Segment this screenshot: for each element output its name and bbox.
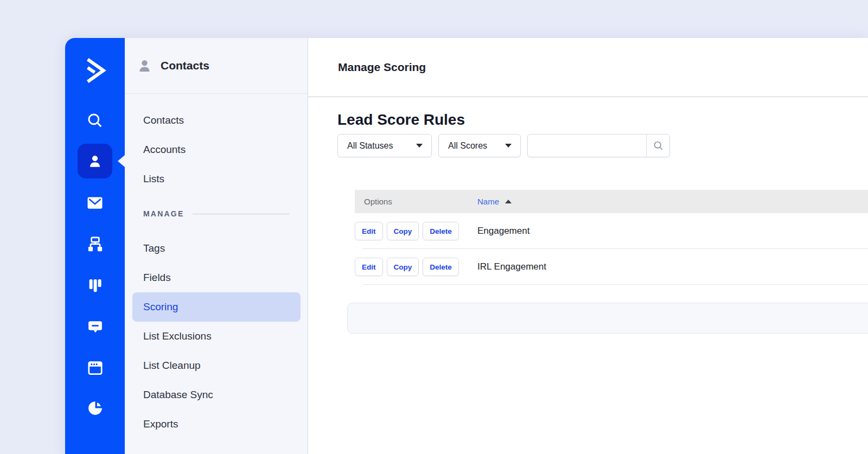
sidebar-item-scoring[interactable]: Scoring [132,292,301,322]
activecampaign-chevron-icon [79,55,111,86]
chevron-down-icon [416,144,423,148]
search-button[interactable] [646,135,669,157]
sidebar-menu: Contacts Accounts Lists MANAGE Tags Fiel… [125,94,308,439]
status-filter-value: All Statuses [347,141,393,151]
sidebar-item-list-cleanup[interactable]: List Cleanup [132,351,301,380]
row-actions: Edit Copy Delete [355,258,477,276]
copy-button[interactable]: Copy [387,222,419,240]
chat-bubble-icon [86,318,104,336]
column-header-options: Options [355,197,477,206]
activecampaign-logo[interactable] [78,53,112,88]
filter-bar: All Statuses All Scores [337,134,868,157]
sort-ascending-icon [505,200,512,203]
manage-section-label: MANAGE [143,209,184,218]
score-filter-value: All Scores [448,141,487,151]
rail-item-deals[interactable] [82,272,108,298]
edit-button[interactable]: Edit [355,258,383,276]
contacts-person-icon [137,58,152,74]
active-rail-notch [118,155,125,167]
sidebar-item-tags[interactable]: Tags [132,234,301,263]
table-row: Edit Copy Delete Engagement [355,213,868,249]
table-header-row: Options Name [355,190,868,213]
rail-item-conversations[interactable] [82,314,108,340]
rail-item-contacts-active[interactable] [78,144,112,178]
rail-item-automations[interactable] [82,231,108,257]
page-header-title: Manage Scoring [338,61,426,74]
chevron-down-icon [505,144,512,148]
page-title: Lead Score Rules [337,111,868,129]
icon-rail [65,38,125,454]
table-row: Edit Copy Delete IRL Engagement [355,249,868,285]
envelope-icon [86,194,104,212]
search-icon [653,140,664,151]
rail-item-reports[interactable] [82,395,108,421]
rule-name: Engagement [477,226,529,236]
pie-chart-icon [86,399,104,417]
column-header-name[interactable]: Name [477,197,512,206]
sidebar-item-accounts[interactable]: Accounts [132,135,301,164]
sidebar-item-database-sync[interactable]: Database Sync [132,380,301,410]
sidebar-item-contacts[interactable]: Contacts [132,106,301,135]
sidebar-item-fields[interactable]: Fields [132,263,301,292]
section-divider-line [193,214,290,214]
sitemap-icon [86,235,104,253]
rule-name: IRL Engagement [477,261,546,272]
copy-button[interactable]: Copy [387,258,419,276]
person-icon [87,153,103,169]
search-icon [86,111,104,130]
rail-item-search[interactable] [82,107,108,133]
main-header: Manage Scoring [308,38,868,97]
search-input[interactable] [528,135,646,157]
table-footer-panel [347,303,868,334]
manage-section-header: MANAGE [125,194,308,234]
search-box [527,134,670,157]
rail-item-campaigns[interactable] [82,190,108,216]
lead-score-rules-table: Options Name Edit Copy Delete Engagement [355,190,868,285]
rail-item-website[interactable] [82,355,108,381]
sidebar-item-list-exclusions[interactable]: List Exclusions [132,322,301,351]
main-area: Manage Scoring Lead Score Rules All Stat… [308,38,868,454]
status-filter-dropdown[interactable]: All Statuses [337,134,432,157]
browser-window-icon [86,359,104,377]
sidebar-item-exports[interactable]: Exports [132,410,301,439]
score-filter-dropdown[interactable]: All Scores [438,134,521,157]
sidebar-item-lists[interactable]: Lists [132,164,301,194]
delete-button[interactable]: Delete [423,258,459,276]
row-actions: Edit Copy Delete [355,222,477,240]
sidebar-title: Contacts [161,59,209,72]
delete-button[interactable]: Delete [423,222,459,240]
sidebar-header: Contacts [125,38,308,94]
main-content: Lead Score Rules All Statuses All Scores [308,97,868,454]
edit-button[interactable]: Edit [355,222,383,240]
kanban-icon [87,277,104,294]
app-window: Contacts Contacts Accounts Lists MANAGE … [65,38,868,454]
contacts-sidebar: Contacts Contacts Accounts Lists MANAGE … [125,38,308,454]
